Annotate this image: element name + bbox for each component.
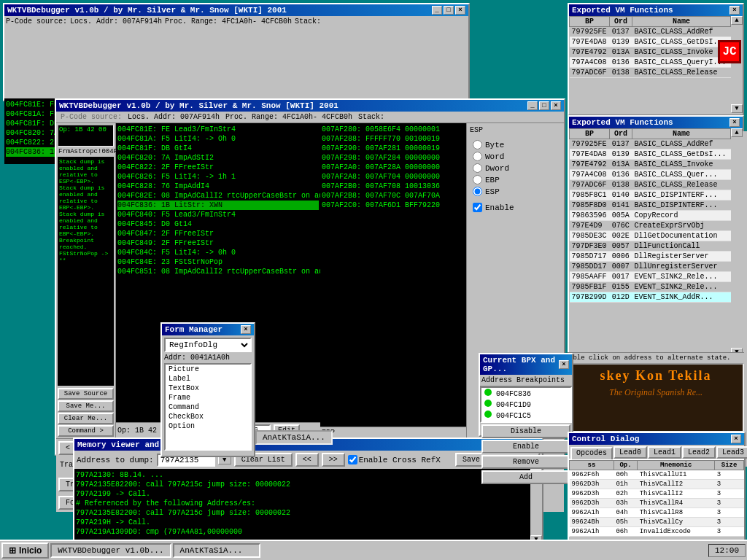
form-manager-titlebar[interactable]: Form Manager × bbox=[162, 324, 254, 335]
code-line: 004FC845: D0 Gt14 bbox=[117, 219, 319, 229]
stack-label2: Stack: bbox=[355, 112, 387, 122]
log-area: Stack dump is enabled and relative to ES… bbox=[58, 157, 114, 386]
table-row: 7985DE3C002EDllGetDocumentation bbox=[570, 231, 731, 241]
enable-cross-checkbox[interactable] bbox=[348, 455, 357, 464]
enable-checkbox[interactable] bbox=[473, 203, 482, 212]
table-row: 9962A1h06hInvalidExcode3 bbox=[570, 527, 744, 537]
hex-area: 007AF280: 0058E6F4 00000001 007AF288: FF… bbox=[320, 123, 466, 427]
proc-range: Proc. Range: 4FC1A0h- 4CFCB0h bbox=[222, 112, 355, 122]
addr-dump-label: Address to dump: bbox=[77, 456, 154, 464]
vm-funcs-table: BP Ord Name 797925FE0137BASIC_CLASS_AddR… bbox=[569, 16, 731, 78]
bpx-item[interactable]: 004FC1D9 bbox=[481, 399, 570, 410]
minimize-btn[interactable]: _ bbox=[527, 101, 538, 110]
code-line: 004FC851: 08 ImpAdCallI2 rtcUpperCaseBst… bbox=[117, 267, 319, 276]
ord-col: Ord bbox=[610, 17, 632, 27]
scroll-up1[interactable]: ▲ bbox=[731, 16, 743, 25]
current-bpx-titlebar[interactable]: Current BPX and GP... × bbox=[480, 354, 572, 375]
anatktasia-label: AnAtKTaSiA... bbox=[255, 430, 333, 445]
memory-hex-area: 797A2130: 8B.14. ... 797A2135E82200: cal… bbox=[74, 469, 530, 544]
list-item[interactable]: Label bbox=[166, 374, 250, 384]
enable-cross-label: Enable Cross RefX bbox=[359, 456, 441, 464]
addr-bpx-label: Address Breakpoints bbox=[480, 375, 572, 386]
clear-me-btn[interactable]: Clear Me... bbox=[58, 413, 114, 424]
disable-btn[interactable]: Disable bbox=[481, 424, 570, 438]
code-line: 004FC828: 76 ImpAddI4 bbox=[117, 182, 319, 191]
close-btn[interactable]: × bbox=[551, 101, 561, 110]
log-line1: Stack dump is enabled and relative to ES… bbox=[59, 158, 112, 184]
tab-lead1[interactable]: Lead1 bbox=[648, 446, 681, 459]
main-dbg-titlebar[interactable]: WKTVBDebugger v1.0b / by Mr. Silver & Mr… bbox=[4, 4, 468, 16]
ebp-radio[interactable] bbox=[473, 175, 482, 184]
ord-col2: Ord bbox=[610, 129, 632, 139]
dword-radio[interactable] bbox=[473, 163, 482, 173]
table-row: 9962D3h03hThisVCallR43 bbox=[570, 499, 744, 508]
scroll-down1[interactable]: ▼ bbox=[731, 104, 743, 113]
save-me-btn[interactable]: Save Me... bbox=[58, 400, 114, 412]
close-fm[interactable]: × bbox=[241, 325, 251, 334]
radio-group: Byte Word Dword EBP ESP bbox=[470, 137, 529, 199]
list-item[interactable]: Option bbox=[166, 421, 250, 431]
main-dbg2-title: WKTVBDebugger v1.0b / by Mr. Silver & Mr… bbox=[59, 101, 338, 110]
table-row: 99624Bh05hThisVCallCy3 bbox=[570, 518, 744, 527]
close-vm1[interactable]: × bbox=[729, 6, 740, 15]
table-row: 797ADC6F0138BASIC_CLASS_Release bbox=[570, 180, 731, 190]
max-btn1[interactable]: □ bbox=[444, 6, 454, 15]
close-vm2[interactable]: × bbox=[729, 118, 740, 127]
start-btn[interactable]: ⊞ Inicio bbox=[1, 542, 49, 559]
taskbar-item-2[interactable]: AnAtKTaSiA... bbox=[173, 543, 260, 558]
maximize-btn[interactable]: □ bbox=[539, 101, 549, 110]
list-item[interactable]: CheckBox bbox=[166, 412, 250, 421]
list-item[interactable]: Picture bbox=[166, 365, 250, 374]
nav-right-btn[interactable]: >> bbox=[322, 453, 345, 467]
code-line: 004FC82E: 08 ImpAdCallI2 rtcUpperCaseBst… bbox=[117, 191, 319, 201]
form-dropdown[interactable]: RegInfoDlg bbox=[164, 338, 252, 352]
list-item[interactable]: TextBox bbox=[166, 384, 250, 393]
vm-funcs-titlebar[interactable]: Exported VM Functions × bbox=[569, 4, 743, 16]
list-item[interactable]: Frame bbox=[166, 393, 250, 402]
form-listbox: Picture Label TextBox Frame Command Chec… bbox=[164, 363, 252, 451]
add-btn[interactable]: Add bbox=[481, 470, 570, 484]
taskbar-item-1[interactable]: WKTVBDebugger v1.0b... bbox=[50, 543, 171, 558]
save-source-btn-sidebar[interactable]: Save Source bbox=[58, 388, 114, 400]
tab-lead2[interactable]: Lead2 bbox=[682, 446, 716, 459]
remove-btn[interactable]: Remove bbox=[481, 455, 570, 469]
table-row: 9962D3h02hThisVCallI23 bbox=[570, 489, 744, 499]
command-btn-sidebar[interactable]: Command > bbox=[58, 425, 114, 437]
word-radio[interactable] bbox=[473, 152, 482, 161]
control-dialog-titlebar[interactable]: Control Dialog × bbox=[569, 433, 744, 445]
esp-radio[interactable] bbox=[473, 187, 482, 196]
control-dialog-title: Control Dialog bbox=[572, 435, 639, 443]
enable-btn-bpx[interactable]: Enable bbox=[481, 440, 570, 454]
bpx-item[interactable]: 004FC836 bbox=[481, 388, 570, 399]
code-line: 004FC81F: DB GtI4 bbox=[117, 144, 319, 153]
byte-label: Byte bbox=[485, 141, 504, 149]
bp-dot2 bbox=[484, 400, 492, 407]
close-btn1[interactable]: × bbox=[455, 6, 465, 15]
image-title1: skey Kon Tekila bbox=[569, 365, 743, 387]
table-row: 7985FB1F0155EVENT_SINK2_Rele... bbox=[570, 282, 731, 292]
esp-header: ESP bbox=[470, 126, 529, 134]
code-line: 004FC84C: F5 LitI4: -> 0h 0 bbox=[117, 248, 319, 257]
close-bpx[interactable]: × bbox=[559, 360, 569, 369]
bp-col2: BP bbox=[570, 129, 610, 139]
op-display: Op: 1B 42 00 bbox=[58, 125, 114, 147]
list-item[interactable]: Command bbox=[166, 402, 250, 412]
vm-funcs2-titlebar[interactable]: Exported VM Functions × bbox=[569, 117, 743, 128]
scroll-up2[interactable]: ▲ bbox=[731, 128, 743, 137]
tab-opcodes[interactable]: Opcodes bbox=[570, 447, 613, 459]
table-row: 797DF3E00057DllFunctionCall bbox=[570, 241, 731, 252]
log-line3: Stack dump is enabled and relative to EB… bbox=[59, 211, 112, 237]
nav-left-btn[interactable]: << bbox=[295, 453, 319, 467]
ebp-display: EBP bbox=[320, 427, 466, 438]
min-btn1[interactable]: _ bbox=[432, 6, 442, 15]
close-cd[interactable]: × bbox=[731, 435, 741, 443]
table-row: 7985F8C10140BASIC_DISPINTERF... bbox=[570, 190, 731, 201]
tab-lead0[interactable]: Lead0 bbox=[614, 446, 647, 459]
main-dbg2-titlebar[interactable]: WKTVBDebugger v1.0b / by Mr. Silver & Mr… bbox=[56, 100, 564, 112]
bpx-item[interactable]: 004FC1C5 bbox=[481, 410, 570, 421]
jc-logo: JC bbox=[718, 40, 741, 63]
table-row: 9962A1h04hThisVCallR83 bbox=[570, 508, 744, 518]
byte-radio[interactable] bbox=[473, 140, 482, 149]
tab-lead3[interactable]: Lead3 bbox=[716, 446, 747, 459]
proc-rng1: Proc. Range: 4FC1A0h- 4CFCB0h bbox=[165, 18, 292, 97]
